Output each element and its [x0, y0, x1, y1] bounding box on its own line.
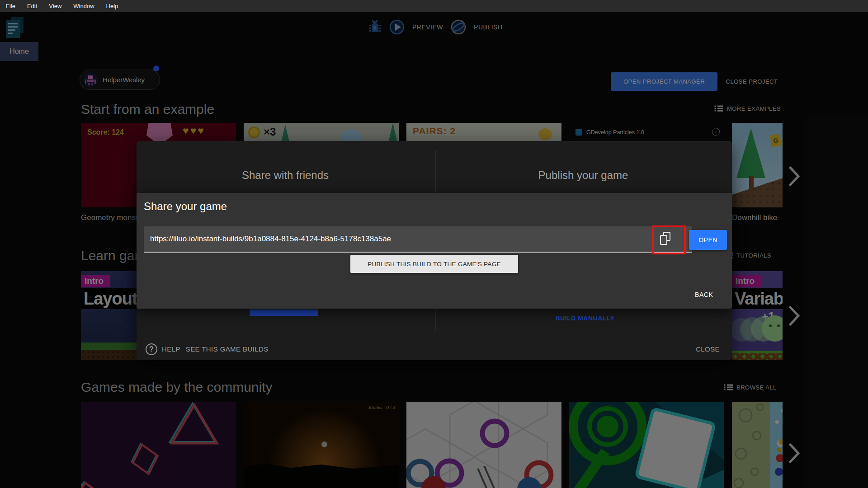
menu-edit[interactable]: Edit	[21, 3, 43, 9]
back-button[interactable]: BACK	[695, 291, 713, 298]
menu-file[interactable]: File	[0, 3, 21, 9]
open-game-button[interactable]: OPEN	[689, 230, 727, 250]
menu-window[interactable]: Window	[67, 3, 100, 9]
share-panel-title: Share your game	[144, 200, 227, 213]
annotation-highlight	[652, 225, 686, 254]
menu-view[interactable]: View	[43, 3, 67, 9]
share-your-game-panel: Share your game OPEN PUBLISH THIS BUILD …	[137, 193, 732, 309]
menu-bar: File Edit View Window Help	[0, 0, 868, 12]
menu-help[interactable]: Help	[100, 3, 124, 9]
game-url-input[interactable]	[144, 226, 692, 253]
publish-build-button[interactable]: PUBLISH THIS BUILD TO THE GAME'S PAGE	[350, 255, 518, 273]
gdevelop-window: File Edit View Window Help	[0, 0, 868, 488]
